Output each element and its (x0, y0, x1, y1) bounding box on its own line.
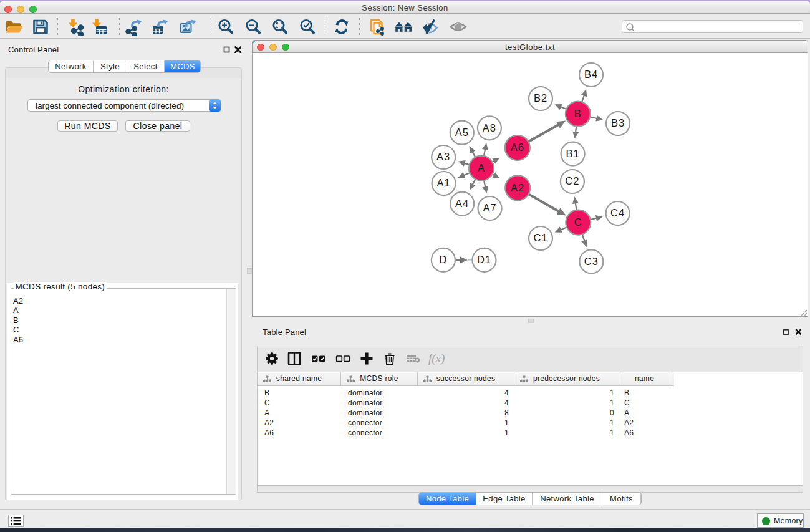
svg-text:A3: A3 (436, 151, 450, 162)
svg-text:D: D (439, 254, 447, 265)
svg-text:C: C (574, 216, 582, 228)
svg-text:A8: A8 (483, 122, 496, 133)
svg-text:A5: A5 (455, 127, 469, 138)
svg-text:C4: C4 (610, 207, 625, 218)
svg-text:B: B (574, 108, 582, 119)
svg-text:A1: A1 (437, 177, 451, 188)
svg-text:C2: C2 (565, 175, 579, 186)
svg-text:C1: C1 (533, 232, 547, 243)
svg-text:A4: A4 (455, 198, 469, 209)
svg-text:B1: B1 (566, 148, 580, 159)
svg-text:A: A (478, 162, 485, 173)
svg-text:D1: D1 (477, 254, 491, 265)
svg-text:A2: A2 (511, 182, 524, 193)
svg-text:C3: C3 (584, 256, 599, 267)
svg-text:B2: B2 (534, 92, 547, 104)
svg-text:B3: B3 (611, 117, 625, 128)
svg-text:B4: B4 (584, 69, 598, 80)
svg-text:A7: A7 (483, 202, 496, 213)
svg-text:A6: A6 (511, 142, 524, 153)
